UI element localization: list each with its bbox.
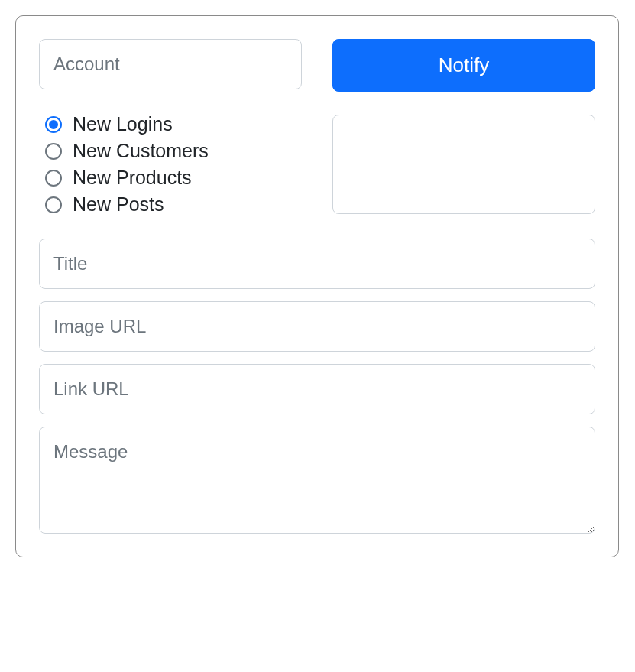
radio-new-customers[interactable]: New Customers [45,140,302,162]
radio-label: New Customers [73,140,209,162]
title-input[interactable] [39,239,595,289]
radio-new-products[interactable]: New Products [45,167,302,189]
radio-icon [45,196,62,213]
radio-icon [45,143,62,160]
second-row: New Logins New Customers New Products Ne… [39,113,595,216]
radio-new-logins[interactable]: New Logins [45,113,302,135]
notification-type-radio-group: New Logins New Customers New Products Ne… [39,113,302,216]
preview-col [332,115,595,214]
radio-label: New Products [73,167,192,189]
radio-col: New Logins New Customers New Products Ne… [39,113,302,216]
radio-label: New Logins [73,113,173,135]
radio-label: New Posts [73,193,164,216]
notify-form-card: Notify New Logins New Customers New Prod… [15,15,619,557]
preview-box [332,115,595,214]
radio-new-posts[interactable]: New Posts [45,193,302,216]
image-url-input[interactable] [39,301,595,352]
notify-button[interactable]: Notify [332,39,595,92]
radio-icon [45,116,62,133]
notify-col: Notify [332,39,595,92]
top-row: Notify [39,39,595,92]
account-input[interactable] [39,39,302,89]
radio-icon [45,170,62,187]
message-textarea[interactable] [39,427,595,534]
account-col [39,39,302,92]
field-stack [39,239,595,534]
link-url-input[interactable] [39,364,595,414]
